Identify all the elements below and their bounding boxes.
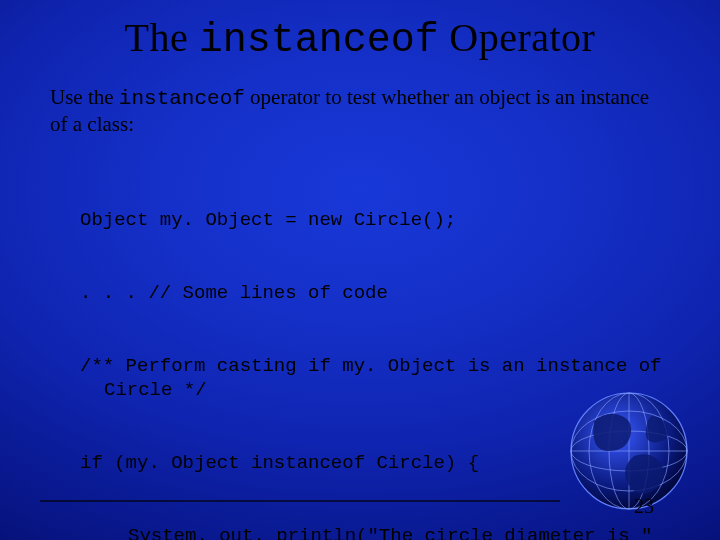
footer-divider	[40, 500, 560, 502]
code-line-1: Object my. Object = new Circle();	[80, 208, 670, 232]
title-post: Operator	[439, 15, 596, 60]
slide-title: The instanceof Operator	[0, 0, 720, 63]
code-line-2: . . . // Some lines of code	[80, 281, 670, 305]
slide: The instanceof Operator Use the instance…	[0, 0, 720, 540]
title-code: instanceof	[199, 18, 439, 63]
page-number: 23	[634, 495, 654, 518]
title-pre: The	[125, 15, 199, 60]
body-pre: Use the	[50, 85, 119, 109]
body-code: instanceof	[119, 87, 245, 110]
globe-icon	[564, 386, 694, 516]
body-text: Use the instanceof operator to test whet…	[0, 63, 720, 137]
code-line-5: System. out. println("The circle diamete…	[80, 524, 670, 540]
